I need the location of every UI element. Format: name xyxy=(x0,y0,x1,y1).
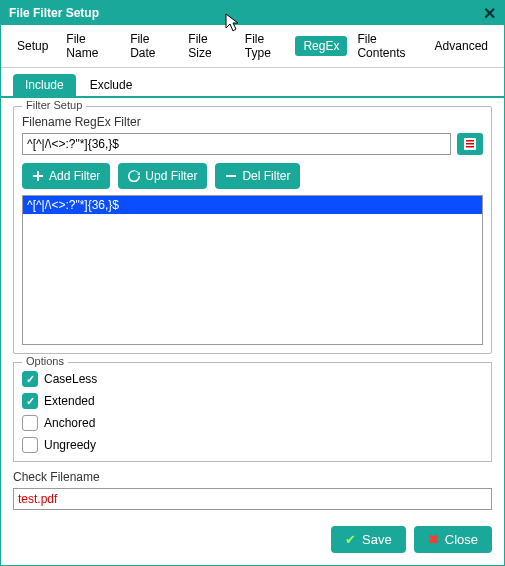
checkbox-ungreedy[interactable]: Ungreedy xyxy=(22,437,483,453)
svg-rect-4 xyxy=(226,175,236,177)
window-title: File Filter Setup xyxy=(9,6,99,20)
tab-include[interactable]: Include xyxy=(13,74,76,96)
menu-item-file-contents[interactable]: File Contents xyxy=(349,29,424,63)
menu-item-setup[interactable]: Setup xyxy=(9,36,56,56)
del-filter-label: Del Filter xyxy=(242,169,290,183)
checkbox-icon[interactable] xyxy=(22,415,38,431)
menu-item-advanced[interactable]: Advanced xyxy=(427,36,496,56)
tabbar: IncludeExclude xyxy=(1,68,504,98)
close-button[interactable]: ✖ Close xyxy=(414,526,492,553)
add-filter-button[interactable]: Add Filter xyxy=(22,163,110,189)
upd-filter-button[interactable]: Upd Filter xyxy=(118,163,207,189)
close-icon[interactable]: ✕ xyxy=(483,4,496,23)
checkbox-caseless[interactable]: CaseLess xyxy=(22,371,483,387)
list-icon xyxy=(463,137,477,151)
check-filename-label: Check Filename xyxy=(13,470,492,484)
titlebar: File Filter Setup ✕ xyxy=(1,1,504,25)
checkbox-extended[interactable]: Extended xyxy=(22,393,483,409)
menu-item-regex[interactable]: RegEx xyxy=(295,36,347,56)
minus-icon xyxy=(225,170,237,182)
plus-icon xyxy=(32,170,44,182)
window: File Filter Setup ✕ SetupFile NameFile D… xyxy=(0,0,505,566)
menu-item-file-size[interactable]: File Size xyxy=(180,29,235,63)
checkbox-icon[interactable] xyxy=(22,437,38,453)
tab-exclude[interactable]: Exclude xyxy=(78,74,145,96)
del-filter-button[interactable]: Del Filter xyxy=(215,163,300,189)
filename-regex-input[interactable] xyxy=(22,133,451,155)
checkbox-label: Ungreedy xyxy=(44,438,96,452)
filter-setup-fieldset: Filter Setup Filename RegEx Filter Add F… xyxy=(13,106,492,354)
filter-setup-legend: Filter Setup xyxy=(22,99,86,111)
filter-listbox[interactable]: ^[^|/\<>:?"*]{36,}$ xyxy=(22,195,483,345)
save-button[interactable]: ✔ Save xyxy=(331,526,406,553)
refresh-icon xyxy=(128,170,140,182)
checkbox-label: CaseLess xyxy=(44,372,97,386)
menu-item-file-name[interactable]: File Name xyxy=(58,29,120,63)
checkbox-icon[interactable] xyxy=(22,371,38,387)
footer: ✔ Save ✖ Close xyxy=(1,518,504,565)
svg-rect-1 xyxy=(466,140,474,142)
x-icon: ✖ xyxy=(428,532,439,547)
close-label: Close xyxy=(445,532,478,547)
options-fieldset: Options CaseLessExtendedAnchoredUngreedy xyxy=(13,362,492,462)
filename-regex-label: Filename RegEx Filter xyxy=(22,115,483,129)
menubar: SetupFile NameFile DateFile SizeFile Typ… xyxy=(1,25,504,68)
checkbox-label: Extended xyxy=(44,394,95,408)
list-item[interactable]: ^[^|/\<>:?"*]{36,}$ xyxy=(23,196,482,214)
add-filter-label: Add Filter xyxy=(49,169,100,183)
regex-helper-button[interactable] xyxy=(457,133,483,155)
svg-rect-3 xyxy=(466,146,474,148)
menu-item-file-type[interactable]: File Type xyxy=(237,29,294,63)
svg-rect-2 xyxy=(466,143,474,145)
checkbox-anchored[interactable]: Anchored xyxy=(22,415,483,431)
checkbox-label: Anchored xyxy=(44,416,95,430)
menu-item-file-date[interactable]: File Date xyxy=(122,29,178,63)
check-filename-input[interactable] xyxy=(13,488,492,510)
content: Filter Setup Filename RegEx Filter Add F… xyxy=(1,98,504,518)
check-icon: ✔ xyxy=(345,532,356,547)
filter-input-row xyxy=(22,133,483,155)
filter-button-row: Add Filter Upd Filter Del Filter xyxy=(22,163,483,189)
checkbox-icon[interactable] xyxy=(22,393,38,409)
save-label: Save xyxy=(362,532,392,547)
options-legend: Options xyxy=(22,355,68,367)
upd-filter-label: Upd Filter xyxy=(145,169,197,183)
